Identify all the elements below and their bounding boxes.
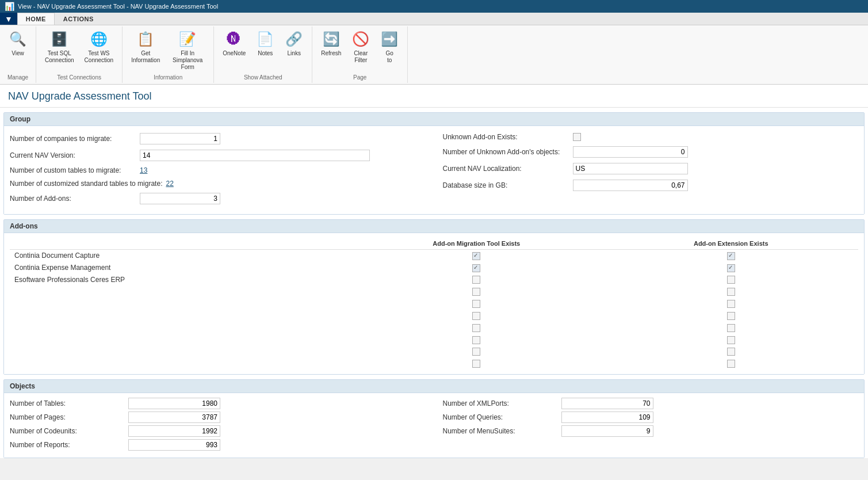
refresh-button[interactable]: 🔄 Refresh bbox=[317, 28, 345, 59]
num-custom-tables-value[interactable]: 13 bbox=[140, 166, 147, 174]
title-text: View - NAV Upgrade Assessment Tool - NAV… bbox=[18, 3, 218, 10]
addon-migration-checkbox-10[interactable] bbox=[349, 357, 604, 369]
page-group-label: Page bbox=[353, 74, 366, 82]
addon-migration-checkbox-7[interactable] bbox=[349, 322, 604, 334]
objects-right-col: Number of XMLPorts: Number of Queries: N… bbox=[443, 398, 859, 453]
go-to-icon: ➡️ bbox=[380, 30, 399, 48]
addon-migration-checkbox-2[interactable] bbox=[349, 262, 604, 274]
addon-row-4 bbox=[10, 285, 858, 298]
addon-migration-checkbox-8[interactable] bbox=[349, 334, 604, 346]
clear-filter-icon: 🚫 bbox=[351, 30, 370, 48]
addon-extension-checkbox-10[interactable] bbox=[604, 357, 859, 369]
addon-row-6 bbox=[10, 310, 858, 322]
addon-name-2: Continia Expense Management bbox=[10, 262, 349, 274]
num-tables-label: Number of Tables: bbox=[10, 399, 125, 407]
current-nav-localization-input[interactable] bbox=[573, 163, 688, 174]
fill-in-button[interactable]: 📝 Fill InSimplanova Form bbox=[166, 28, 209, 73]
num-customized-tables-label: Number of customized standard tables to … bbox=[10, 180, 162, 188]
num-addons-input[interactable] bbox=[140, 193, 220, 204]
num-menusuites-input[interactable] bbox=[561, 425, 653, 437]
addon-migration-checkbox-9[interactable] bbox=[349, 346, 604, 358]
num-codeunits-label: Number of Codeunits: bbox=[10, 427, 125, 435]
ribbon-group-test-connections: 🗄️ Test SQLConnection 🌐 Test WSConnectio… bbox=[36, 26, 123, 83]
objects-section-header: Objects bbox=[4, 380, 864, 393]
num-menusuites-label: Number of MenuSuites: bbox=[443, 427, 558, 435]
links-icon: 🔗 bbox=[285, 30, 303, 48]
clear-filter-label: ClearFilter bbox=[354, 50, 368, 64]
addon-migration-checkbox-4[interactable] bbox=[349, 285, 604, 298]
test-ws-button[interactable]: 🌐 Test WSConnection bbox=[81, 28, 118, 66]
links-button[interactable]: 🔗 Links bbox=[281, 28, 307, 59]
test-connections-group-label: Test Connections bbox=[57, 74, 101, 82]
unknown-addon-exists-label: Unknown Add-on Exists: bbox=[443, 133, 569, 141]
notes-button[interactable]: 📄 Notes bbox=[252, 28, 278, 59]
objects-section: Objects Number of Tables: Number of Page… bbox=[3, 379, 865, 458]
addon-extension-checkbox-6[interactable] bbox=[604, 310, 859, 322]
get-information-button[interactable]: 📋 GetInformation bbox=[127, 28, 164, 66]
addon-migration-checkbox-3[interactable] bbox=[349, 274, 604, 286]
addon-row-10 bbox=[10, 357, 858, 369]
num-companies-input[interactable] bbox=[140, 133, 220, 144]
group-section: Group Number of companies to migrate: Cu… bbox=[3, 112, 865, 215]
clear-filter-button[interactable]: 🚫 ClearFilter bbox=[347, 28, 374, 66]
addons-section-header: Add-ons bbox=[4, 220, 864, 233]
view-button[interactable]: 🔍 View bbox=[5, 28, 31, 59]
unknown-addon-exists-checkbox[interactable] bbox=[573, 133, 581, 141]
num-pages-input[interactable] bbox=[128, 412, 220, 423]
num-companies-label: Number of companies to migrate: bbox=[10, 135, 136, 143]
addon-extension-checkbox-2[interactable] bbox=[604, 262, 859, 274]
num-codeunits-input[interactable] bbox=[128, 425, 220, 437]
addon-migration-checkbox-6[interactable] bbox=[349, 310, 604, 322]
num-custom-tables-row: Number of custom tables to migrate: 13 bbox=[10, 166, 426, 174]
addon-extension-checkbox-9[interactable] bbox=[604, 346, 859, 358]
page-title: NAV Upgrade Assessment Tool bbox=[0, 85, 868, 108]
num-tables-input[interactable] bbox=[128, 398, 220, 409]
num-xmlports-row: Number of XMLPorts: bbox=[443, 398, 859, 409]
addon-migration-checkbox-5[interactable] bbox=[349, 298, 604, 310]
group-left-col: Number of companies to migrate: Current … bbox=[10, 131, 426, 209]
current-nav-localization-label: Current NAV Localization: bbox=[443, 165, 569, 173]
database-size-label: Database size in GB: bbox=[443, 181, 569, 189]
addon-extension-checkbox-7[interactable] bbox=[604, 322, 859, 334]
database-size-input[interactable] bbox=[573, 180, 688, 191]
num-queries-row: Number of Queries: bbox=[443, 412, 859, 423]
addon-name-5 bbox=[10, 298, 349, 310]
addon-extension-checkbox-5[interactable] bbox=[604, 298, 859, 310]
objects-left-col: Number of Tables: Number of Pages: Numbe… bbox=[10, 398, 426, 453]
num-addons-label: Number of Add-ons: bbox=[10, 195, 136, 203]
tab-actions[interactable]: ACTIONS bbox=[55, 13, 102, 25]
onenote-button[interactable]: 🅝 OneNote bbox=[219, 28, 250, 59]
num-queries-input[interactable] bbox=[561, 412, 653, 423]
addon-row-3: Esoftware Professionals Ceres ERP bbox=[10, 274, 858, 286]
links-label: Links bbox=[288, 50, 301, 57]
go-to-button[interactable]: ➡️ Goto bbox=[376, 28, 403, 66]
num-companies-row: Number of companies to migrate: bbox=[10, 133, 426, 144]
addon-extension-checkbox-8[interactable] bbox=[604, 334, 859, 346]
addon-name-8 bbox=[10, 334, 349, 346]
nav-dropdown[interactable]: ▼ bbox=[0, 13, 17, 25]
test-sql-button[interactable]: 🗄️ Test SQLConnection bbox=[41, 28, 78, 66]
addon-row-7 bbox=[10, 322, 858, 334]
ribbon-group-test-connections-items: 🗄️ Test SQLConnection 🌐 Test WSConnectio… bbox=[41, 28, 117, 73]
addon-row-5 bbox=[10, 298, 858, 310]
addon-extension-checkbox-1[interactable] bbox=[604, 250, 859, 262]
ribbon-tabs: ▼ HOME ACTIONS bbox=[0, 13, 868, 25]
notes-icon: 📄 bbox=[256, 30, 274, 48]
addon-extension-checkbox-4[interactable] bbox=[604, 285, 859, 298]
num-reports-input[interactable] bbox=[128, 439, 220, 451]
num-menusuites-row: Number of MenuSuites: bbox=[443, 425, 859, 437]
test-sql-icon: 🗄️ bbox=[50, 30, 68, 48]
num-xmlports-input[interactable] bbox=[561, 398, 653, 409]
addon-extension-checkbox-3[interactable] bbox=[604, 274, 859, 286]
test-ws-icon: 🌐 bbox=[90, 30, 108, 48]
objects-section-body: Number of Tables: Number of Pages: Numbe… bbox=[4, 393, 864, 458]
num-unknown-objects-row: Number of Unknown Add-on's objects: bbox=[443, 146, 859, 158]
tab-home[interactable]: HOME bbox=[17, 13, 55, 25]
addon-migration-checkbox-1[interactable] bbox=[349, 250, 604, 262]
test-sql-label: Test SQLConnection bbox=[45, 50, 74, 64]
num-customized-tables-value[interactable]: 22 bbox=[166, 180, 173, 188]
current-nav-version-input[interactable] bbox=[140, 150, 370, 161]
group-section-body: Number of companies to migrate: Current … bbox=[4, 126, 864, 214]
refresh-label: Refresh bbox=[321, 50, 341, 57]
num-unknown-objects-input[interactable] bbox=[573, 146, 688, 158]
